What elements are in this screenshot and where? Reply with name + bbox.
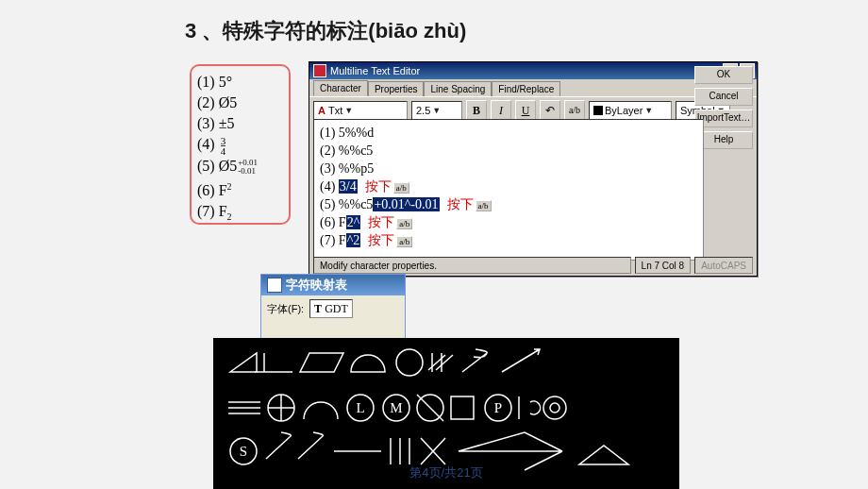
gdt-symbols-panel: L M P S 第4页/共21页 bbox=[213, 338, 679, 489]
gdt-glyphs-svg: L M P S bbox=[223, 346, 670, 481]
tab-character[interactable]: Character bbox=[313, 80, 368, 96]
svg-point-10 bbox=[543, 396, 566, 419]
stack-fraction-icon: a/b bbox=[393, 182, 409, 194]
svg-point-0 bbox=[396, 349, 423, 376]
font-select-charmap[interactable]: T GDT bbox=[309, 299, 353, 318]
font-select[interactable]: A Txt ▼ bbox=[313, 101, 408, 120]
window-titlebar: Multiline Text Editor ? × bbox=[309, 62, 757, 79]
stack-fraction-icon: a/b bbox=[396, 236, 412, 247]
cancel-button[interactable]: Cancel bbox=[694, 88, 753, 106]
bold-button[interactable]: B bbox=[466, 100, 487, 121]
undo-button[interactable]: ↶ bbox=[540, 100, 560, 121]
charmap-titlebar: 字符映射表 bbox=[261, 275, 405, 295]
chevron-down-icon: ▼ bbox=[644, 106, 653, 115]
multiline-text-editor-window: Multiline Text Editor ? × Character Prop… bbox=[309, 61, 758, 277]
tab-line-spacing[interactable]: Line Spacing bbox=[424, 81, 492, 96]
svg-text:S: S bbox=[240, 444, 247, 459]
color-swatch-icon bbox=[593, 106, 603, 115]
chevron-down-icon: ▼ bbox=[432, 106, 441, 115]
character-map-window: 字符映射表 字体(F): T GDT bbox=[260, 274, 406, 339]
stack-fraction-icon: a/b bbox=[396, 218, 412, 229]
tab-find-replace[interactable]: Find/Replace bbox=[492, 81, 560, 96]
height-select[interactable]: 2.5 ▼ bbox=[411, 101, 462, 120]
window-title: Multiline Text Editor bbox=[330, 65, 420, 76]
status-autocaps: AutoCAPS bbox=[694, 257, 753, 274]
rendered-examples-box: (1) 5° (2) Ø5 (3) ±5 (4) 34 (5) Ø5+0.01-… bbox=[190, 64, 291, 225]
charmap-icon bbox=[267, 278, 282, 293]
underline-button[interactable]: U bbox=[515, 100, 536, 121]
stack-fraction-icon: a/b bbox=[476, 200, 492, 211]
status-message: Modify character properties. bbox=[313, 257, 631, 274]
tab-bar: Character Properties Line Spacing Find/R… bbox=[309, 79, 757, 96]
svg-text:L: L bbox=[356, 400, 364, 415]
section-heading: 3 、特殊字符的标注(biāo zhù) bbox=[185, 17, 466, 45]
stack-fraction-button[interactable]: a/b bbox=[564, 100, 585, 121]
status-position: Ln 7 Col 8 bbox=[635, 257, 692, 274]
app-icon bbox=[313, 64, 326, 77]
font-label: 字体(F): bbox=[267, 302, 304, 316]
svg-text:M: M bbox=[390, 400, 402, 415]
ok-button[interactable]: OK bbox=[694, 66, 753, 84]
text-content-area[interactable]: (1) 5%%d (2) %%c5 (3) %%p5 (4) 3/4按下a/b … bbox=[313, 119, 704, 261]
svg-rect-7 bbox=[451, 396, 474, 419]
status-bar: Modify character properties. Ln 7 Col 8 … bbox=[313, 257, 753, 274]
page-indicator: 第4页/共21页 bbox=[213, 464, 679, 481]
chevron-down-icon: ▼ bbox=[344, 106, 353, 115]
svg-point-11 bbox=[550, 403, 559, 413]
tab-properties[interactable]: Properties bbox=[368, 81, 425, 96]
italic-button[interactable]: I bbox=[491, 100, 511, 121]
color-select[interactable]: ByLayer ▼ bbox=[589, 101, 672, 120]
svg-text:P: P bbox=[494, 400, 502, 415]
